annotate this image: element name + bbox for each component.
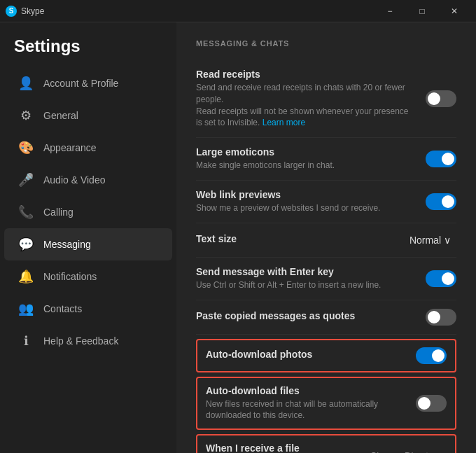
- text-size-dropdown[interactable]: Normal ∨: [404, 232, 456, 249]
- setting-send-enter-title: Send message with Enter key: [196, 266, 414, 277]
- account-icon: 👤: [18, 76, 34, 91]
- chevron-down-icon: ∨: [444, 235, 451, 246]
- paste-quotes-toggle[interactable]: [426, 309, 456, 326]
- sidebar: Settings 👤 Account & Profile ⚙ General 🎨…: [0, 22, 176, 453]
- sidebar-item-label-appearance: Appearance: [43, 142, 97, 153]
- setting-read-receipts: Read receipts Send and receive read rece…: [196, 60, 456, 138]
- sidebar-item-appearance[interactable]: 🎨 Appearance: [4, 132, 172, 164]
- text-size-value: Normal: [410, 235, 441, 246]
- sidebar-item-label-calling: Calling: [43, 207, 74, 218]
- sidebar-item-contacts[interactable]: 👥 Contacts: [4, 293, 172, 325]
- sidebar-item-audio-video[interactable]: 🎤 Audio & Video: [4, 164, 172, 196]
- setting-paste-quotes: Paste copied messages as quotes: [196, 300, 456, 335]
- audio-video-icon: 🎤: [18, 172, 34, 188]
- setting-read-receipts-desc: Send and receive read receipts in chats …: [196, 82, 414, 129]
- setting-when-receive-file-title: When I receive a file: [206, 442, 354, 453]
- setting-text-size: Text size Normal ∨: [196, 223, 456, 258]
- setting-web-link-previews-info: Web link previews Show me a preview of w…: [196, 189, 426, 214]
- sidebar-item-account[interactable]: 👤 Account & Profile: [4, 67, 172, 99]
- setting-large-emoticons-info: Large emoticons Make single emoticons la…: [196, 146, 426, 172]
- titlebar-left: S Skype: [6, 6, 44, 17]
- setting-send-enter-info: Send message with Enter key Use Ctrl or …: [196, 266, 426, 291]
- sidebar-item-general[interactable]: ⚙ General: [4, 99, 172, 132]
- text-size-title: Text size: [196, 233, 237, 244]
- setting-read-receipts-title: Read receipts: [196, 69, 414, 80]
- setting-paste-quotes-info: Paste copied messages as quotes: [196, 310, 426, 323]
- sidebar-item-label-general: General: [43, 110, 78, 121]
- main-content: MESSAGING & CHATS Read receipts Send and…: [176, 22, 476, 453]
- app-title: Skype: [21, 6, 44, 16]
- setting-auto-download-files-title: Auto-download files: [206, 385, 405, 396]
- maximize-button[interactable]: □: [406, 0, 438, 22]
- sidebar-item-notifications[interactable]: 🔔 Notifications: [4, 260, 172, 293]
- notifications-icon: 🔔: [18, 269, 34, 284]
- read-receipts-desc-text: Send and receive read receipts in chats …: [196, 83, 405, 104]
- auto-download-photos-toggle[interactable]: [416, 347, 447, 364]
- setting-auto-download-photos-info: Auto-download photos: [206, 349, 416, 362]
- sidebar-item-help[interactable]: ℹ Help & Feedback: [4, 325, 172, 357]
- settings-title: Settings: [0, 31, 176, 67]
- setting-large-emoticons: Large emoticons Make single emoticons la…: [196, 138, 456, 181]
- setting-paste-quotes-title: Paste copied messages as quotes: [196, 310, 414, 321]
- sidebar-item-calling[interactable]: 📞 Calling: [4, 196, 172, 228]
- setting-auto-download-photos-title: Auto-download photos: [206, 349, 405, 360]
- messaging-icon: 💬: [18, 237, 34, 252]
- change-directory-button[interactable]: Change Directory: [365, 447, 447, 453]
- window-controls: − □ ✕: [374, 0, 470, 22]
- send-enter-toggle[interactable]: [426, 270, 456, 287]
- auto-download-files-toggle[interactable]: [416, 395, 447, 412]
- appearance-icon: 🎨: [18, 140, 34, 155]
- learn-more-link[interactable]: Learn more: [262, 118, 305, 127]
- contacts-icon: 👥: [18, 301, 34, 316]
- sidebar-item-label-audio-video: Audio & Video: [43, 174, 105, 186]
- calling-icon: 📞: [18, 204, 34, 220]
- minimize-button[interactable]: −: [374, 0, 406, 22]
- sidebar-item-label-messaging: Messaging: [43, 239, 91, 250]
- setting-auto-download-photos: Auto-download photos: [196, 339, 456, 372]
- app-icon: S: [6, 6, 17, 17]
- sidebar-item-label-contacts: Contacts: [43, 303, 82, 314]
- setting-send-enter: Send message with Enter key Use Ctrl or …: [196, 258, 456, 300]
- help-icon: ℹ: [18, 333, 34, 349]
- sidebar-item-label-help: Help & Feedback: [43, 335, 118, 347]
- setting-auto-download-files-info: Auto-download files New files received i…: [206, 385, 416, 422]
- sidebar-item-label-notifications: Notifications: [43, 271, 97, 282]
- setting-read-receipts-info: Read receipts Send and receive read rece…: [196, 69, 426, 129]
- setting-large-emoticons-title: Large emoticons: [196, 146, 414, 158]
- section-label: MESSAGING & CHATS: [196, 39, 456, 48]
- setting-auto-download-files-desc: New files received in chat will be autom…: [206, 398, 405, 422]
- setting-when-receive-file-info: When I receive a file Save the file to: …: [206, 442, 365, 453]
- sidebar-item-label-account: Account & Profile: [43, 78, 118, 89]
- setting-web-link-previews: Web link previews Show me a preview of w…: [196, 181, 456, 223]
- setting-send-enter-desc: Use Ctrl or Shift or Alt + Enter to inse…: [196, 279, 414, 291]
- titlebar: S Skype − □ ✕: [0, 0, 476, 22]
- sidebar-item-messaging[interactable]: 💬 Messaging: [4, 228, 172, 260]
- general-icon: ⚙: [18, 108, 34, 123]
- setting-web-link-previews-desc: Show me a preview of websites I send or …: [196, 202, 414, 214]
- app-body: Settings 👤 Account & Profile ⚙ General 🎨…: [0, 22, 476, 453]
- setting-web-link-previews-title: Web link previews: [196, 189, 414, 200]
- close-button[interactable]: ✕: [438, 0, 470, 22]
- setting-when-receive-file: When I receive a file Save the file to: …: [196, 434, 456, 453]
- large-emoticons-toggle[interactable]: [426, 151, 456, 167]
- read-receipts-toggle[interactable]: [426, 90, 456, 107]
- setting-large-emoticons-desc: Make single emoticons larger in chat.: [196, 160, 414, 172]
- web-link-previews-toggle[interactable]: [426, 193, 456, 210]
- setting-auto-download-files: Auto-download files New files received i…: [196, 377, 456, 431]
